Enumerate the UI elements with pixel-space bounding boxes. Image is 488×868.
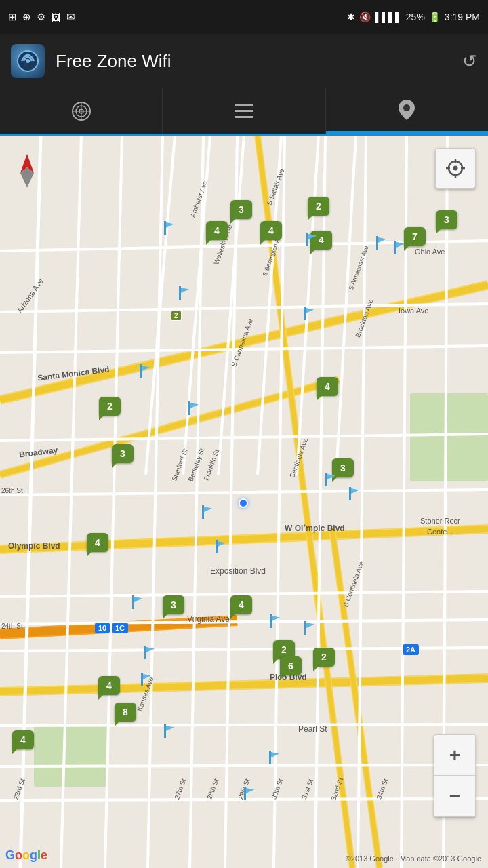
image-icon: 🖼 [51, 12, 61, 23]
i10-2a-shield: 2A [403, 644, 419, 655]
wifi-flag-2[interactable] [305, 233, 320, 246]
bluetooth-icon: ✱ [347, 12, 355, 22]
svg-rect-8 [235, 110, 253, 112]
cluster-marker-3[interactable]: 3 [230, 200, 252, 219]
wifi-flag-12[interactable] [214, 540, 229, 553]
svg-point-10 [403, 104, 410, 111]
google-attribution: Google [5, 848, 47, 863]
i10-shield: 10 [95, 623, 110, 633]
battery-percent: 25% [406, 12, 425, 22]
status-bar: ⊞ ⊕ ⚙ 🖼 ✉ ✱ 🔇 ▌▌▌▌ 25% 🔋 3:19 PM [0, 0, 488, 34]
cluster-marker-4a[interactable]: 4 [206, 221, 228, 240]
wifi-flag-18[interactable] [163, 724, 178, 738]
battery-icon: 🔋 [429, 12, 441, 22]
svg-line-39 [0, 724, 488, 726]
usb-icon: ⚙ [37, 11, 45, 23]
wifi-flag-8[interactable] [187, 401, 202, 415]
refresh-button[interactable]: ↺ [462, 51, 477, 72]
wifi-flag-7[interactable] [138, 364, 153, 378]
gps-icon: ⊕ [22, 11, 31, 23]
mute-icon: 🔇 [359, 12, 371, 22]
tab-bar [0, 88, 488, 136]
app-bar-left: Free Zone Wifi [11, 44, 171, 78]
cluster-marker-2a[interactable]: 2 [308, 197, 329, 216]
tab-map[interactable] [326, 88, 488, 134]
svg-rect-7 [235, 104, 253, 106]
tab-radar[interactable] [0, 88, 163, 134]
north-arrow [17, 153, 37, 186]
wifi-flag-4[interactable] [393, 241, 408, 254]
cluster-marker-4e[interactable]: 4 [87, 533, 108, 552]
google-logo: Google [5, 848, 47, 863]
cluster-marker-3e[interactable]: 3 [163, 595, 184, 614]
tab-list[interactable] [163, 88, 325, 134]
add-icon: ⊞ [8, 11, 17, 23]
wifi-flag-11[interactable] [201, 505, 216, 519]
wifi-flag-1[interactable] [163, 221, 178, 235]
wifi-flag-14[interactable] [268, 614, 283, 628]
svg-rect-13 [34, 726, 108, 787]
wifi-flag-19[interactable] [268, 751, 283, 764]
svg-rect-12 [410, 393, 488, 481]
wifi-flag-16[interactable] [143, 646, 158, 659]
cluster-marker-4g[interactable]: 4 [98, 676, 120, 695]
gps-locate-button[interactable] [435, 148, 476, 189]
cluster-marker-4h[interactable]: 4 [12, 730, 34, 749]
zoom-out-button[interactable]: − [434, 776, 475, 816]
cluster-marker-3b[interactable]: 3 [436, 210, 458, 229]
i10-1c-shield: 1C [112, 623, 128, 633]
wifi-flag-15[interactable] [303, 621, 318, 635]
zoom-controls: + − [434, 734, 476, 817]
cluster-marker-8[interactable]: 8 [115, 703, 136, 722]
user-location-dot [239, 498, 248, 508]
wifi-flag-9[interactable] [324, 473, 339, 486]
cluster-marker-2d[interactable]: 2 [313, 648, 335, 667]
svg-rect-9 [235, 116, 253, 118]
svg-point-1 [26, 59, 30, 63]
map-copyright: ©2013 Google · Map data ©2013 Google [346, 854, 481, 863]
clock: 3:19 PM [445, 12, 480, 22]
mail-icon: ✉ [66, 11, 75, 23]
cluster-marker-6[interactable]: 6 [280, 656, 302, 675]
wifi-flag-3[interactable] [375, 236, 390, 250]
app-bar: Free Zone Wifi ↺ [0, 34, 488, 88]
status-icons-left: ⊞ ⊕ ⚙ 🖼 ✉ [8, 11, 75, 23]
cluster-marker-4f[interactable]: 4 [230, 595, 252, 614]
wifi-flag-17[interactable] [140, 673, 155, 686]
cluster-marker-2b[interactable]: 2 [99, 397, 121, 416]
wifi-flag-10[interactable] [348, 487, 363, 500]
app-icon [11, 44, 45, 78]
svg-point-45 [453, 166, 458, 171]
status-icons-right: ✱ 🔇 ▌▌▌▌ 25% 🔋 3:19 PM [347, 12, 480, 22]
cluster-marker-4d[interactable]: 4 [317, 377, 338, 396]
app-title: Free Zone Wifi [56, 51, 171, 72]
wifi-flag-20[interactable] [243, 787, 258, 800]
road-2-shield: 2 [171, 311, 182, 321]
wifi-flag-5[interactable] [178, 286, 192, 300]
svg-line-40 [0, 765, 488, 766]
signal-icon: ▌▌▌▌ [375, 12, 402, 22]
cluster-marker-4b[interactable]: 4 [260, 221, 282, 240]
wifi-flag-13[interactable] [131, 595, 146, 609]
zoom-in-button[interactable]: + [434, 735, 475, 776]
map-container[interactable]: Arizona Ave Santa Monica Blvd Broadway O… [0, 136, 488, 868]
cluster-marker-3c[interactable]: 3 [112, 444, 134, 463]
wifi-flag-6[interactable] [302, 307, 317, 320]
